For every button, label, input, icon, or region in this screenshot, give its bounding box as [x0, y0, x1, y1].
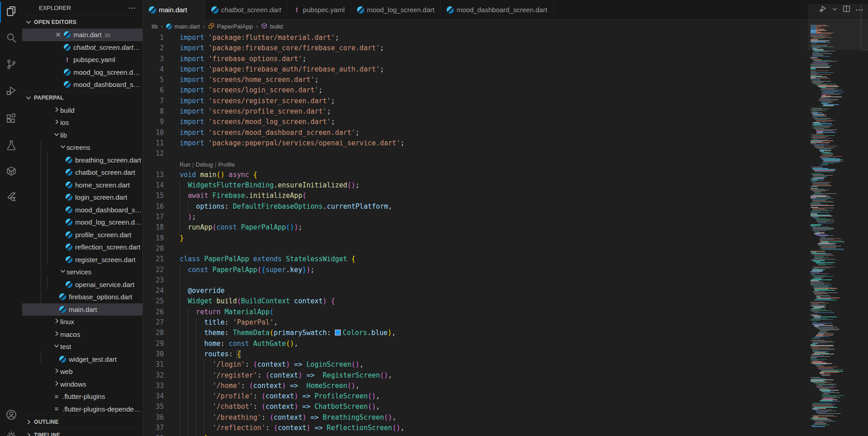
tab-main-dart[interactable]: main.dart [143, 0, 205, 20]
tree-indent-guide [41, 352, 41, 364]
tab-mood-log-screen-dart[interactable]: mood_log_screen.dart [351, 0, 441, 20]
tree-file--flutter-plugins[interactable]: ≡.flutter-plugins [22, 390, 143, 403]
close-icon[interactable] [55, 81, 62, 88]
close-icon[interactable] [55, 31, 62, 38]
breadcrumb-item-lib[interactable]: lib [152, 23, 158, 30]
tree-folder-web[interactable]: web [22, 365, 143, 378]
section-timeline[interactable]: TIMELINE [22, 428, 143, 436]
activity-item-accounts[interactable] [0, 405, 22, 426]
indent-guide [196, 412, 196, 423]
activity-item-containers[interactable] [0, 161, 22, 183]
tree-folder-build[interactable]: build [22, 104, 143, 117]
section-project[interactable]: PAPERPAL [22, 91, 143, 104]
open-editor-item[interactable]: chatbot_screen.dartlib\screens [22, 41, 143, 54]
item-label: profile_screen.dart [75, 231, 131, 239]
indent-guide [188, 423, 188, 433]
code-line-text: Widget build(BuildContext context) { [180, 296, 808, 307]
tree-folder-macos[interactable]: macos [22, 328, 143, 341]
code-line: 29 home: const AuthGate(), [143, 339, 808, 349]
tree-folder-linux[interactable]: linux [22, 316, 143, 328]
close-icon[interactable] [55, 68, 62, 76]
open-editor-item[interactable]: mood_dashboard_screen.dartlib\screens [22, 78, 143, 91]
tree-file-profile-screen-dart[interactable]: profile_screen.dart [22, 229, 143, 241]
tree-folder-services[interactable]: services [22, 266, 143, 278]
minimap[interactable] [808, 20, 868, 436]
chevron-down-icon [25, 94, 32, 101]
code-line: 13void main() async { [143, 170, 808, 180]
codelens-run[interactable]: Run [180, 161, 191, 168]
code-line-text: title: 'PaperPal', [180, 317, 808, 328]
line-number: 35 [143, 402, 164, 412]
code-line-text: home: const AuthGate(), [180, 339, 808, 349]
sidebar-title-bar: EXPLORER ⋯ [22, 0, 143, 15]
tree-file-home-screen-dart[interactable]: home_screen.dart [22, 179, 143, 192]
tab-pubspec-yaml[interactable]: !pubspec.yaml [287, 0, 351, 20]
tab-mood-dashboard-screen-dart[interactable]: mood_dashboard_screen.dart [441, 0, 553, 20]
activity-item-manage[interactable] [0, 426, 22, 436]
activity-item-search[interactable] [0, 28, 22, 50]
chevron-right-icon [53, 106, 60, 115]
section-outline[interactable]: OUTLINE [22, 415, 143, 428]
tree-file-register-screen-dart[interactable]: register_screen.dart [22, 254, 143, 266]
section-label: PAPERPAL [34, 95, 64, 101]
code-line: 32 '/register': (context) => RegisterScr… [143, 370, 808, 381]
codelens-debug[interactable]: Debug [196, 161, 213, 168]
tree-file-chatbot-screen-dart[interactable]: chatbot_screen.dart [22, 166, 143, 179]
breadcrumb-item-main-dart[interactable]: main.dart [166, 23, 200, 30]
line-number: 38 [143, 433, 164, 436]
explorer-actions-icon[interactable]: ⋯ [129, 4, 136, 12]
indent-guide [204, 412, 205, 423]
dart-file-icon [66, 182, 72, 188]
code-line: 17 ); [143, 212, 808, 222]
code-line-text: import 'screens/mood_log_screen.dart'; [180, 117, 808, 127]
tree-file-firebase-options-dart[interactable]: firebase_options.dart [22, 291, 143, 303]
close-icon[interactable] [192, 6, 199, 14]
indent-guide [196, 359, 196, 370]
tree-folder-lib[interactable]: lib [22, 129, 143, 142]
run-debug-icon [5, 84, 18, 99]
tree-file-openai-service-dart[interactable]: openai_service.dart [22, 278, 143, 291]
open-editor-item[interactable]: main.dartlib [22, 29, 143, 41]
breadcrumb-item-PaperPalApp[interactable]: PaperPalApp [208, 23, 253, 30]
flutter-icon [5, 191, 18, 206]
tree-file-widget-test-dart[interactable]: widget_test.dart [22, 353, 143, 366]
indent-guide [180, 402, 180, 412]
tree-folder-windows[interactable]: windows [22, 378, 143, 391]
tree-file-reflection-screen-dart[interactable]: reflection_screen.dart [22, 241, 143, 254]
tree-folder-ios[interactable]: ios [22, 116, 143, 129]
code-line-text: '/breathing': (context) => BreathingScre… [180, 412, 808, 423]
tree-file-login-screen-dart[interactable]: login_screen.dart [22, 191, 143, 204]
chevron-right-icon [53, 380, 60, 388]
activity-item-run-and-debug[interactable] [0, 81, 22, 102]
code-line: 11import 'package:paperpal/services/open… [143, 138, 808, 149]
codelens-profile[interactable]: Profile [218, 161, 235, 168]
open-editor-item[interactable]: !pubspec.yaml [22, 53, 143, 66]
tree-folder-test[interactable]: test [22, 340, 143, 353]
activity-item-flutter[interactable] [0, 187, 22, 209]
scrollbar[interactable] [861, 4, 861, 50]
tree-file-mood-dashboard-screen-dart[interactable]: mood_dashboard_screen.dart [22, 204, 143, 216]
indent-guide [180, 307, 180, 317]
tree-file-main-dart[interactable]: main.dart [22, 303, 143, 316]
section-open-editors[interactable]: OPEN EDITORS [22, 15, 143, 29]
line-number: 1 [143, 33, 164, 43]
tree-file--flutter-plugins-dependencies[interactable]: ≡.flutter-plugins-dependencies [22, 403, 143, 416]
indent-guide [180, 328, 180, 338]
tree-file-mood-log-screen-dart[interactable]: mood_log_screen.dart [22, 216, 143, 229]
minimap-slider[interactable] [808, 4, 868, 50]
activity-item-explorer[interactable] [0, 1, 22, 23]
activity-item-source-control[interactable] [0, 54, 22, 76]
tree-folder-screens[interactable]: screens [22, 141, 143, 154]
close-icon[interactable] [55, 43, 62, 51]
open-editor-item[interactable]: mood_log_screen.dartlib\screens [22, 66, 143, 79]
list-file-icon: ≡ [53, 405, 60, 412]
tree-file-breathing-screen-dart[interactable]: breathing_screen.dart [22, 154, 143, 167]
tab-chatbot-screen-dart[interactable]: chatbot_screen.dart [205, 0, 288, 20]
code-area[interactable]: 1import 'package:flutter/material.dart';… [143, 33, 808, 436]
activity-item-extensions[interactable] [0, 109, 22, 130]
close-icon[interactable] [55, 56, 62, 63]
activity-item-testing[interactable] [0, 136, 22, 158]
code-line-text: void main() async { [180, 170, 808, 180]
color-swatch-blue[interactable] [335, 330, 341, 335]
breadcrumb-item-build[interactable]: build [261, 23, 283, 30]
